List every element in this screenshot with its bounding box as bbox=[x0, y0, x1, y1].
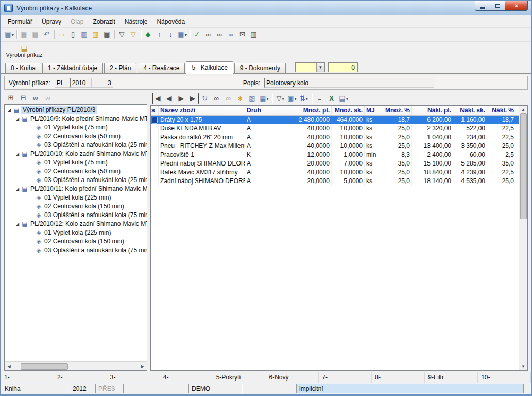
menu-formular[interactable]: Formulář bbox=[3, 16, 37, 27]
row-selector-cell[interactable] bbox=[151, 142, 159, 151]
calendar-dropdown-icon[interactable]: ▦▾ bbox=[177, 29, 188, 40]
table-row[interactable]: Pneu - RITCHEY Z-Max Millennium... A 40,… bbox=[151, 142, 519, 151]
tree-item[interactable]: ◈ 01 Výplet kola (225 min) bbox=[5, 228, 147, 237]
mail-icon[interactable]: ✉ bbox=[237, 29, 248, 40]
expander-icon[interactable]: ◢ bbox=[14, 150, 21, 158]
table-row[interactable]: Přední náboj SHIMANO DEORE XT... A 20,00… bbox=[151, 159, 519, 168]
chevron-down-icon[interactable]: ▼ bbox=[316, 63, 324, 72]
refresh-grid-icon[interactable]: ↻ bbox=[199, 93, 211, 104]
book-field[interactable] bbox=[55, 78, 70, 88]
tree-item[interactable]: ◢ ▤ PL/2010/11: Kolo přední Shimano-Mavi… bbox=[5, 185, 147, 193]
undo-icon[interactable]: ↶ bbox=[41, 29, 53, 40]
vscroll-track[interactable] bbox=[520, 113, 527, 362]
row-selector-cell[interactable] bbox=[151, 116, 159, 124]
tree-item[interactable]: ◢ ▤ Výrobní příkazy PL/2010/3 bbox=[5, 106, 147, 114]
tree-item[interactable]: ◈ 01 Výplet kola (75 min) bbox=[5, 123, 147, 132]
tab-plan[interactable]: 2 - Plán bbox=[104, 63, 136, 73]
nav-next-icon[interactable]: ▶ bbox=[176, 93, 187, 104]
sort-dropdown-icon[interactable]: ⇅▾ bbox=[298, 93, 310, 104]
table-row[interactable]: Duše KENDA MTB AV A 40,0000 10,0000 ks 2… bbox=[151, 124, 519, 133]
tab-dokumenty[interactable]: 9 - Dokumenty bbox=[234, 63, 286, 73]
expand-all-icon[interactable]: ⊞ bbox=[5, 92, 16, 104]
hscroll-thumb[interactable] bbox=[21, 363, 68, 370]
menu-olap[interactable]: Olap bbox=[66, 16, 88, 27]
col-header-mj[interactable]: MJ bbox=[365, 106, 380, 115]
col-header-mnoz-pl[interactable]: Množ. pl. bbox=[290, 106, 332, 115]
vscroll-thumb[interactable] bbox=[520, 113, 527, 219]
tab-kniha[interactable]: 0 - Kniha bbox=[5, 63, 41, 73]
find-next-tree-icon[interactable]: ∞ bbox=[42, 92, 54, 104]
view-dropdown-icon[interactable]: ▦▾ bbox=[259, 93, 270, 104]
tree-item[interactable]: ◈ 03 Opláštění a nafoukání kola (25 min) bbox=[5, 176, 147, 185]
fkey-button[interactable]: 8- bbox=[372, 372, 425, 383]
col-header-nakl-pct[interactable]: Nákl. % bbox=[487, 106, 516, 115]
nav-prev-icon[interactable]: ◀ bbox=[164, 93, 175, 104]
find-grid-icon[interactable]: ∞ bbox=[211, 93, 222, 104]
record-count-field[interactable] bbox=[328, 62, 358, 72]
apply-icon[interactable]: ✓ bbox=[192, 29, 203, 40]
move-up-icon[interactable]: ↑ bbox=[154, 29, 165, 40]
collapse-all-icon[interactable]: ⊟ bbox=[18, 92, 29, 104]
scroll-right-icon[interactable]: ▶ bbox=[138, 362, 147, 370]
copy-row-icon[interactable]: ▧ bbox=[247, 93, 258, 104]
fkey-button[interactable]: 3- bbox=[107, 372, 160, 383]
excel-export-icon[interactable]: X bbox=[326, 93, 337, 104]
nav-last-icon[interactable]: ▶ bbox=[187, 93, 199, 104]
row-selector-cell[interactable] bbox=[151, 159, 159, 168]
col-header-mnoz-pct[interactable]: Množ. % bbox=[380, 106, 412, 115]
tree-item[interactable]: ◢ ▤ PL/2010/12: Kolo zadní Shimano-Mavic… bbox=[5, 220, 147, 228]
col-header-mnoz-sk[interactable]: Množ. sk. bbox=[332, 106, 365, 115]
tree-item[interactable]: ◈ 02 Centrování kola (150 min) bbox=[5, 237, 147, 246]
report-dropdown-icon[interactable]: ▤▾ bbox=[338, 93, 349, 104]
row-selector-cell[interactable] bbox=[151, 151, 159, 159]
expander-icon[interactable]: ◢ bbox=[6, 106, 12, 114]
tree-item[interactable]: ◈ 02 Centrování kola (150 min) bbox=[5, 202, 147, 211]
favorites-icon[interactable]: ∗ bbox=[235, 93, 246, 104]
expander-icon[interactable]: ◢ bbox=[14, 185, 21, 193]
col-header-druh[interactable]: Druh bbox=[245, 106, 290, 115]
book-combo[interactable]: ▼ bbox=[295, 62, 325, 72]
fkey-button[interactable]: 10- bbox=[478, 372, 531, 383]
duplicate-icon[interactable]: ▥ bbox=[90, 29, 101, 40]
filter-icon[interactable]: ▽ bbox=[116, 29, 128, 40]
menu-napoveda[interactable]: Nápověda bbox=[152, 16, 190, 27]
table-row[interactable]: Pracoviště 1 K 12,0000 1,0000 min 8,3 2 … bbox=[151, 151, 519, 159]
year-field[interactable] bbox=[70, 78, 92, 88]
popis-field[interactable] bbox=[264, 78, 434, 88]
close-button[interactable]: × bbox=[505, 1, 528, 11]
expander-icon[interactable]: ◢ bbox=[14, 220, 21, 228]
table-row[interactable]: Páska do ráfků 26" 20 mm A 40,0000 10,00… bbox=[151, 133, 519, 142]
col-header-nakl-sk[interactable]: Nákl. sk. bbox=[453, 106, 487, 115]
list-icon[interactable]: ≡ bbox=[314, 93, 325, 104]
scroll-left-icon[interactable]: ◀ bbox=[5, 362, 13, 370]
fkey-button[interactable]: 2- bbox=[54, 372, 107, 383]
move-down-icon[interactable]: ↓ bbox=[165, 29, 177, 40]
tab-zakladni-udaje[interactable]: 1 - Základní údaje bbox=[42, 63, 103, 73]
table-row[interactable]: Ráfek Mavic XM317 stříbrný A 40,0000 10,… bbox=[151, 168, 519, 177]
fkey-button[interactable]: 6-Nový bbox=[266, 372, 319, 383]
refresh-icon[interactable]: ◆ bbox=[143, 29, 154, 40]
row-selector-cell[interactable] bbox=[151, 168, 159, 177]
tree-item[interactable]: ◈ 02 Centrování kola (50 min) bbox=[5, 132, 147, 141]
table-row[interactable]: Zadní náboj SHIMANO DEORE XT ... A 20,00… bbox=[151, 177, 519, 186]
menu-zobrazit[interactable]: Zobrazit bbox=[88, 16, 119, 27]
grid-vscrollbar[interactable]: ▲ ▼ bbox=[519, 106, 527, 370]
open-icon[interactable]: ▭ bbox=[56, 29, 67, 40]
tree-item[interactable]: ◈ 03 Opláštění a nafoukání kola (75 min) bbox=[5, 211, 147, 220]
tab-kalkulace[interactable]: 5 - Kalkulace bbox=[186, 61, 233, 74]
notebook-icon[interactable]: ▤ bbox=[101, 29, 113, 40]
tree-item[interactable]: ◈ 02 Centrování kola (50 min) bbox=[5, 167, 147, 176]
scroll-up-icon[interactable]: ▲ bbox=[520, 106, 527, 113]
tree-item[interactable]: ◈ 03 Opláštění a nafoukání kola (25 min) bbox=[5, 141, 147, 150]
vyrobni-prikaz-button[interactable]: ▤ Výrobní příkaz bbox=[5, 43, 43, 59]
fkey-button[interactable]: 1- bbox=[1, 372, 54, 383]
col-header-nazev-zbozi[interactable]: Název zboží bbox=[159, 106, 245, 115]
find-column-icon[interactable]: ∞ bbox=[223, 93, 234, 104]
menu-nastroje[interactable]: Nástroje bbox=[120, 16, 152, 27]
filter-favorite-icon[interactable]: ▽ bbox=[128, 29, 139, 40]
new-document-icon[interactable]: ▯ bbox=[67, 29, 79, 40]
window-dropdown-icon[interactable]: ▣▾ bbox=[286, 93, 298, 104]
scroll-down-icon[interactable]: ▼ bbox=[520, 362, 527, 370]
filter-dropdown-icon[interactable]: ▽▾ bbox=[274, 93, 286, 104]
record-view-icon[interactable]: ▤▾ bbox=[4, 29, 15, 40]
